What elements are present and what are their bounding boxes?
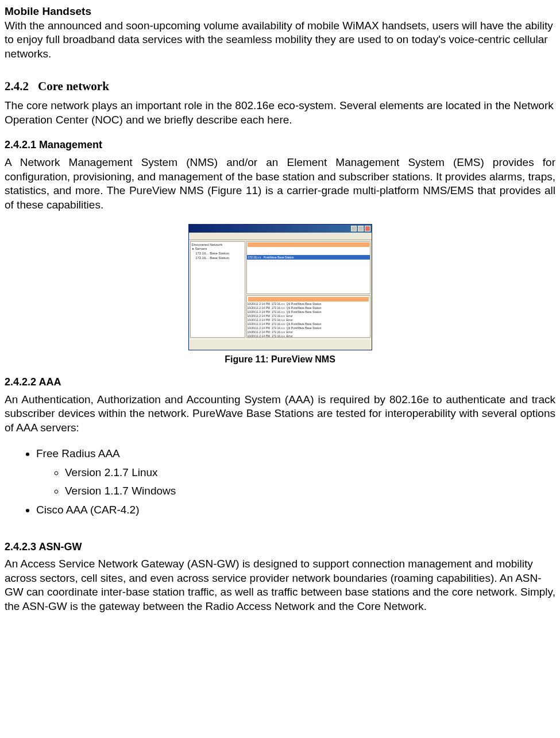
heading-management: 2.4.2.1 Management [5,138,555,152]
para-management: A Network Management System (NMS) and/or… [5,156,555,212]
aaa-list: Free Radius AAA Version 2.1.7 Linux Vers… [5,447,555,517]
figure-pureview-nms: Discovered Network ▸ Servers 172.16... B… [5,224,555,350]
para-aaa: An Authentication, Authorization and Acc… [5,393,555,435]
list-item: Free Radius AAA Version 2.1.7 Linux Vers… [36,447,555,499]
heading-aaa: 2.4.2.2 AAA [5,376,555,389]
minimize-icon [351,226,357,231]
nms-tree-panel: Discovered Network ▸ Servers 172.16... B… [190,241,245,338]
nms-detail-panel: 172.16.x.x PureWave Base Station [246,241,370,294]
aaa-item-free-radius: Free Radius AAA [36,447,120,459]
heading-asngw: 2.4.2.3 ASN-GW [5,540,555,554]
nms-screenshot: Discovered Network ▸ Servers 172.16... B… [188,224,372,350]
maximize-icon [358,226,364,231]
nms-log-panel: 10/20/11 2:14 PM 172.16.x.x Q6 PureWave … [246,295,370,338]
nms-statusbar [189,339,372,347]
heading-mobile-handsets: Mobile Handsets [5,5,555,19]
aaa-sub-windows: Version 1.1.7 Windows [65,485,176,497]
list-item: Cisco AAA (CAR-4.2) [36,503,555,517]
aaa-item-cisco: Cisco AAA (CAR-4.2) [36,504,140,516]
nms-toolbar [189,233,372,240]
para-core-network: The core network plays an important role… [5,99,555,127]
heading-core-network: 2.4.2Core network [5,79,555,94]
figure-caption: Figure 11: PureView NMS [5,354,555,366]
close-icon [365,226,370,231]
section-title: Core network [38,79,109,93]
para-asngw: An Access Service Network Gateway (ASN-G… [5,557,555,614]
para-mobile-handsets: With the announced and soon-upcoming vol… [5,19,555,61]
list-item: Version 2.1.7 Linux [65,466,555,480]
section-number: 2.4.2 [5,79,29,94]
list-item: Version 1.1.7 Windows [65,484,555,499]
aaa-sub-linux: Version 2.1.7 Linux [65,466,158,478]
nms-titlebar [189,225,372,233]
